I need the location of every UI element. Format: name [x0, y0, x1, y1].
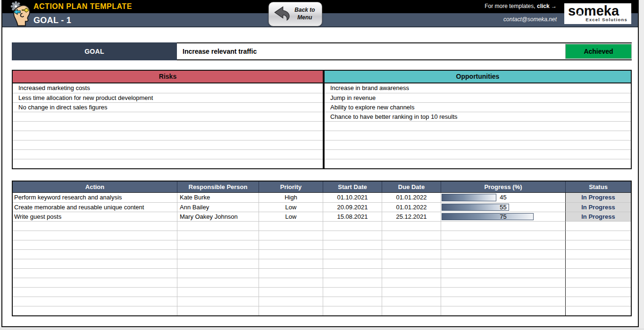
risk-empty-row[interactable] [13, 112, 323, 121]
empty-cell[interactable] [323, 231, 382, 240]
status-cell[interactable]: In Progress [566, 202, 631, 212]
empty-cell[interactable] [382, 221, 441, 231]
opportunity-item-row[interactable]: Jump in revenue [325, 93, 631, 102]
opportunity-empty-row[interactable] [325, 131, 631, 140]
someka-logo[interactable]: someka Excel Solutions [564, 3, 631, 24]
empty-cell[interactable] [382, 306, 441, 315]
empty-cell[interactable] [177, 231, 259, 240]
empty-cell[interactable] [177, 221, 259, 231]
due-date-cell[interactable]: 01.01.2022 [382, 193, 441, 202]
empty-cell[interactable] [177, 240, 259, 249]
empty-cell[interactable] [566, 240, 631, 249]
action-cell[interactable]: Create memorable and reusable unique con… [13, 202, 177, 212]
risk-empty-row[interactable] [13, 121, 323, 131]
empty-cell[interactable] [259, 268, 323, 278]
empty-cell[interactable] [259, 240, 323, 249]
empty-cell[interactable] [177, 278, 259, 287]
progress-cell[interactable]: 45 [441, 193, 566, 202]
opportunity-empty-row[interactable] [325, 140, 631, 149]
empty-cell[interactable] [177, 297, 259, 306]
start-date-cell[interactable]: 15.08.2021 [323, 212, 382, 221]
risk-empty-row[interactable] [13, 140, 323, 149]
empty-cell[interactable] [441, 278, 566, 287]
responsible-person-cell[interactable]: Kate Burke [177, 193, 259, 202]
empty-cell[interactable] [566, 306, 631, 315]
empty-cell[interactable] [13, 221, 177, 231]
empty-cell[interactable] [441, 306, 566, 315]
empty-cell[interactable] [566, 259, 631, 268]
empty-cell[interactable] [13, 287, 177, 297]
action-cell[interactable]: Perform keyword research and analysis [13, 193, 177, 202]
progress-cell[interactable]: 55 [441, 202, 566, 212]
empty-cell[interactable] [382, 259, 441, 268]
due-date-cell[interactable]: 25.12.2021 [382, 212, 441, 221]
empty-cell[interactable] [13, 297, 177, 306]
status-cell[interactable]: In Progress [566, 212, 631, 221]
responsible-person-cell[interactable]: Mary Oakey Johnson [177, 212, 259, 221]
opportunity-empty-row[interactable] [325, 121, 631, 131]
goal-value-cell[interactable]: Increase relevant traffic Achieved [177, 42, 632, 60]
empty-cell[interactable] [441, 249, 566, 259]
empty-cell[interactable] [566, 231, 631, 240]
goal-status-badge[interactable]: Achieved [565, 44, 632, 59]
empty-cell[interactable] [323, 278, 382, 287]
due-date-cell[interactable]: 01.01.2022 [382, 202, 441, 212]
empty-cell[interactable] [13, 268, 177, 278]
empty-cell[interactable] [566, 249, 631, 259]
risk-item-row[interactable]: No change in direct sales figures [13, 102, 323, 112]
empty-cell[interactable] [382, 268, 441, 278]
status-cell[interactable]: In Progress [566, 193, 631, 202]
empty-cell[interactable] [441, 268, 566, 278]
opportunity-empty-row[interactable] [325, 159, 631, 168]
empty-cell[interactable] [441, 287, 566, 297]
empty-cell[interactable] [382, 297, 441, 306]
empty-cell[interactable] [323, 240, 382, 249]
empty-cell[interactable] [441, 297, 566, 306]
start-date-cell[interactable]: 20.09.2021 [323, 202, 382, 212]
empty-cell[interactable] [259, 306, 323, 315]
empty-cell[interactable] [323, 306, 382, 315]
empty-cell[interactable] [13, 231, 177, 240]
opportunity-item-row[interactable]: Increase in brand awareness [325, 83, 631, 93]
priority-cell[interactable]: Low [259, 202, 323, 212]
empty-cell[interactable] [566, 287, 631, 297]
empty-cell[interactable] [566, 268, 631, 278]
empty-cell[interactable] [13, 249, 177, 259]
empty-cell[interactable] [323, 249, 382, 259]
start-date-cell[interactable]: 01.10.2021 [323, 193, 382, 202]
priority-cell[interactable]: High [259, 193, 323, 202]
empty-cell[interactable] [441, 231, 566, 240]
empty-cell[interactable] [323, 268, 382, 278]
empty-cell[interactable] [323, 287, 382, 297]
more-templates-link[interactable]: For more templates, click → [485, 3, 557, 9]
empty-cell[interactable] [177, 249, 259, 259]
empty-cell[interactable] [323, 297, 382, 306]
empty-cell[interactable] [382, 240, 441, 249]
empty-cell[interactable] [382, 231, 441, 240]
empty-cell[interactable] [259, 231, 323, 240]
empty-cell[interactable] [382, 287, 441, 297]
empty-cell[interactable] [13, 259, 177, 268]
empty-cell[interactable] [177, 259, 259, 268]
progress-cell[interactable]: 75 [441, 212, 566, 221]
risk-empty-row[interactable] [13, 149, 323, 159]
empty-cell[interactable] [13, 306, 177, 315]
priority-cell[interactable]: Low [259, 212, 323, 221]
risk-item-row[interactable]: Less time allocation for new product dev… [13, 93, 323, 102]
empty-cell[interactable] [382, 249, 441, 259]
empty-cell[interactable] [566, 297, 631, 306]
empty-cell[interactable] [177, 306, 259, 315]
empty-cell[interactable] [259, 259, 323, 268]
empty-cell[interactable] [259, 287, 323, 297]
opportunity-item-row[interactable]: Ability to explore new channels [325, 102, 631, 112]
empty-cell[interactable] [441, 259, 566, 268]
empty-cell[interactable] [177, 287, 259, 297]
empty-cell[interactable] [259, 249, 323, 259]
empty-cell[interactable] [323, 221, 382, 231]
empty-cell[interactable] [382, 278, 441, 287]
empty-cell[interactable] [259, 278, 323, 287]
risk-empty-row[interactable] [13, 131, 323, 140]
empty-cell[interactable] [259, 297, 323, 306]
risk-empty-row[interactable] [13, 159, 323, 168]
responsible-person-cell[interactable]: Ann Bailey [177, 202, 259, 212]
